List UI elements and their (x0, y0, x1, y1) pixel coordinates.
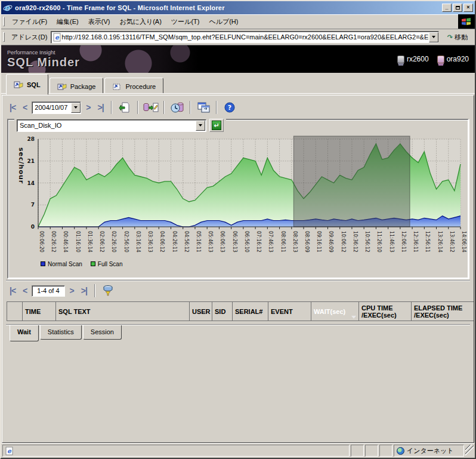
next-page-button[interactable]: > (67, 285, 76, 297)
svg-text:13:26:14: 13:26:14 (437, 231, 443, 252)
prev-date-button[interactable]: < (20, 101, 29, 113)
header-sid[interactable]: SID (212, 302, 233, 321)
title-bar: e ora920-rx2600 - Time Frame for SQL - M… (1, 1, 475, 14)
open-window-button[interactable] (196, 100, 211, 115)
page-ie-icon: e (5, 446, 13, 455)
time-frame-button[interactable] (169, 100, 185, 115)
status-bar: e インターネット (1, 443, 475, 458)
last-date-button[interactable]: >| (95, 101, 106, 113)
prev-page-button[interactable]: < (20, 285, 29, 297)
zone-label: インターネット (407, 446, 454, 455)
header-wait-sorted[interactable]: WAIT(sec) (311, 302, 359, 321)
tab-procedure-label: Procedure (125, 83, 156, 90)
svg-text:28: 28 (27, 136, 35, 142)
date-dropdown-button[interactable] (71, 103, 81, 113)
tab-procedure[interactable]: Procedure (104, 78, 163, 95)
help-button[interactable]: ? (222, 100, 237, 115)
date-value: 2004/10/07 (35, 104, 71, 111)
minimize-button[interactable]: _ (442, 4, 452, 12)
filter-button[interactable] (100, 283, 116, 298)
resize-grip[interactable] (465, 445, 474, 457)
windows-logo-throbber (458, 14, 475, 29)
menu-help[interactable]: ヘルプ(H) (205, 16, 242, 28)
address-input[interactable]: e http://192.168.0.195:13116/TFM_SQM/sqm… (51, 31, 438, 44)
db-to-report-button[interactable] (143, 100, 159, 115)
menu-view[interactable]: 表示(V) (84, 16, 115, 28)
close-button[interactable]: × (463, 4, 473, 12)
scan-disk-io-chart[interactable]: 0714212800:06:2000:26:1200:46:1401:16:10… (12, 133, 472, 260)
server-rx2600: rx2600 (397, 55, 429, 63)
last-page-button[interactable]: >| (79, 285, 89, 297)
svg-text:07:16:12: 07:16:12 (256, 231, 261, 252)
internet-globe-icon (397, 447, 404, 455)
refresh-document-icon (119, 101, 131, 113)
address-label: アドレス(D) (7, 33, 51, 42)
brand-subtitle: Performance Insight (7, 50, 80, 56)
menu-file[interactable]: ファイル(F) (8, 16, 51, 28)
first-page-button[interactable]: |< (7, 285, 18, 297)
reload-report-button[interactable] (117, 100, 132, 115)
metric-dropdown-button[interactable] (196, 121, 205, 131)
header-time[interactable]: TIME (23, 302, 56, 321)
svg-text:10:56:12: 10:56:12 (364, 231, 370, 252)
svg-text:10:36:12: 10:36:12 (353, 231, 358, 252)
tab-session[interactable]: Session (83, 325, 122, 340)
status-pane-3 (379, 445, 392, 457)
header-serial[interactable]: SERIAL# (233, 302, 268, 321)
svg-text:e: e (4, 3, 11, 13)
header-user[interactable]: USER (190, 302, 212, 321)
metric-value: Scan_Disk_IO (17, 122, 195, 129)
menu-bar: ファイル(F) 編集(E) 表示(V) お気に入り(A) ツール(T) ヘルプ(… (1, 14, 475, 29)
menu-edit[interactable]: 編集(E) (52, 16, 83, 28)
svg-text:03:36:13: 03:36:13 (147, 231, 153, 252)
full-scan-swatch (91, 261, 95, 266)
header-cpu-time[interactable]: CPU TIME/EXEC(sec) (359, 302, 412, 321)
address-bar: アドレス(D) e http://192.168.0.195:13116/TFM… (1, 29, 475, 45)
database-icon (437, 56, 444, 63)
svg-text:02:56:10: 02:56:10 (123, 231, 129, 252)
chevron-down-icon (199, 124, 202, 127)
main-tab-bar: SQL Package Procedure (1, 73, 475, 95)
filter-funnel-icon (102, 285, 114, 297)
toolbar-separator (216, 101, 217, 114)
maximize-button[interactable] (453, 4, 462, 12)
page-range: 1-4 of 4 (32, 285, 64, 297)
header-elapsed-time[interactable]: ELAPSED TIME/EXEC(sec) (412, 302, 475, 321)
package-tab-icon (57, 82, 67, 91)
help-icon: ? (224, 102, 235, 113)
svg-text:01:36:14: 01:36:14 (87, 231, 92, 252)
menu-tools[interactable]: ツール(T) (167, 16, 204, 28)
go-button[interactable]: ↷ 移動 (443, 32, 472, 43)
chart-legend: Normal Scan Full Scan (41, 261, 465, 267)
clock-database-icon (171, 101, 184, 113)
svg-text:06:26:13: 06:26:13 (232, 231, 237, 252)
tab-statistics[interactable]: Statistics (40, 325, 82, 340)
metric-select[interactable]: Scan_Disk_IO (17, 119, 206, 132)
windows-flag-icon (461, 17, 472, 26)
first-date-button[interactable]: |< (7, 101, 18, 113)
header-event[interactable]: EVENT (268, 302, 311, 321)
tab-package[interactable]: Package (50, 78, 104, 95)
browser-window: e ora920-rx2600 - Time Frame for SQL - M… (0, 0, 476, 459)
page-ie-icon: e (53, 33, 61, 42)
tab-sql[interactable]: SQL (6, 74, 48, 95)
address-dropdown-button[interactable] (429, 32, 438, 42)
legend-full-scan: Full Scan (91, 261, 123, 267)
status-zone: インターネット (394, 445, 464, 457)
status-pane-2 (365, 445, 378, 457)
menu-favorites[interactable]: お気に入り(A) (115, 16, 165, 28)
svg-text:05:46:13: 05:46:13 (208, 231, 213, 252)
status-pane-1 (351, 445, 364, 457)
apply-metric-button[interactable]: ↵ (209, 119, 224, 132)
svg-text:00:06:20: 00:06:20 (39, 231, 44, 252)
database-export-icon (143, 101, 159, 113)
svg-text:04:56:12: 04:56:12 (184, 231, 189, 252)
tab-wait[interactable]: Wait (10, 325, 39, 341)
address-grip (3, 32, 5, 41)
toolbar-separator (137, 101, 138, 114)
date-select[interactable]: 2004/10/07 (32, 101, 81, 114)
svg-text:11:26:10: 11:26:10 (376, 231, 382, 252)
header-sql-text[interactable]: SQL TEXT (56, 302, 190, 321)
svg-text:09:46:09: 09:46:09 (328, 231, 333, 252)
next-date-button[interactable]: > (84, 101, 92, 113)
